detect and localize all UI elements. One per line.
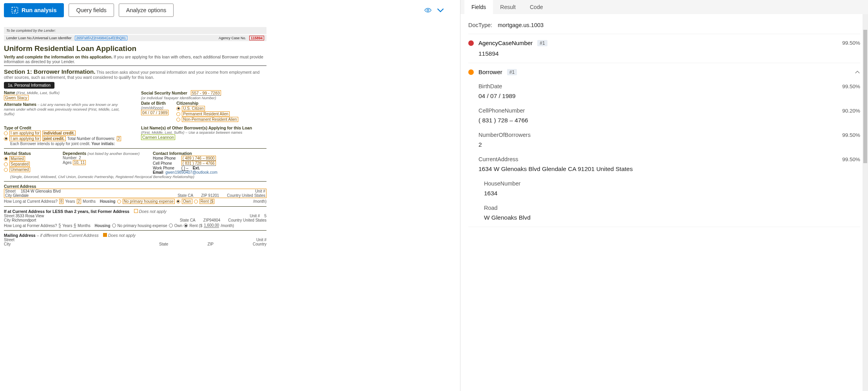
radio-own [176,200,180,204]
subfield-birthdate[interactable]: BirthDate 99.50% 04 / 07 / 1989 [468,83,860,100]
lender-loan-label: Lender Loan No./Universal Loan Identifie… [6,36,72,40]
doctype-label: DocType: [468,22,492,28]
radio-f-no-housing [112,224,116,227]
dependents-hint: (not listed by another Borrower) [87,151,140,156]
subfield-name: BirthDate [478,83,502,89]
cell-phone-value: ( 831 ) 728 – 4766 [181,161,216,166]
years-label: Years [65,199,75,204]
f-per-month: /month) [221,224,234,228]
months-value: 2 [77,199,82,204]
list-names-label: List Name(s) of Other Borrower(s) Applyi… [141,125,266,130]
subfield-numborrowers[interactable]: NumberOfBorrowers 99.50% 2 [468,132,860,148]
ssn-hint: (or Individual Taxpayer Identification N… [141,96,266,100]
radio-separated [4,162,8,166]
work-phone-label: Work Phone [153,166,180,170]
dependents-num-label: Number [63,156,77,160]
subfield-currentaddress[interactable]: CurrentAddress 99.50% 1634 W Glenoaks Bl… [468,156,860,221]
cell-phone-label: Cell Phone [153,161,180,165]
list-names-hint: (First, Middle, Last, Suffix) – Use a se… [141,130,266,135]
analyze-options-button[interactable]: Analyze options [119,4,174,17]
nested-name: Road [484,205,498,211]
dob-label: Date of Birth [141,101,169,105]
run-analysis-label: Run analysis [22,7,56,13]
mailing-hint: – if different from Current Address [36,233,99,238]
zip-label: ZIP [201,193,207,198]
analysis-icon [11,7,18,14]
section1-title: Section 1: Borrower Information. [4,68,95,75]
radio-rent [194,200,198,204]
radio-individual-credit [4,131,8,135]
field-agency-case-number[interactable]: AgencyCaseNumber #1 99.50% 115894 [468,34,860,63]
scrollbar-thumb[interactable] [863,30,867,163]
lender-instruction: To be completed by the Lender: [4,27,266,34]
sub-1a: 1a. Personal Information [4,82,54,89]
agency-case-value: 115894 [249,36,264,40]
city-label: City [5,193,12,198]
tab-fields[interactable]: Fields [464,0,493,14]
radio-perm-resident [176,112,180,116]
radio-us-citizen [176,107,180,111]
tab-result[interactable]: Result [493,0,523,14]
tc-total-label: Total Number of Borrowers: [67,136,115,141]
nested-value: W Glenoaks Blvd [484,214,860,221]
does-not-apply-2: Does not apply [108,233,136,238]
chevron-up-icon[interactable] [855,69,860,75]
borrower-name: Gwen Stacy [4,95,29,100]
marital-label: Marital Status [4,151,51,156]
tc-joint-pre: I am applying for [9,136,41,141]
subfield-confidence: 90.20% [842,108,860,114]
how-long-current: How Long at Current Address? [4,199,58,204]
subfield-name: CurrentAddress [478,156,518,162]
subfield-cellphone[interactable]: CellPhoneNumber 90.20% ( 831 ) 728 – 476… [468,107,860,124]
field-name: Borrower [478,69,502,75]
field-borrower[interactable]: Borrower #1 BirthDate 99.50% 04 / 07 / 1… [468,63,860,227]
subfield-name: CellPhoneNumber [478,107,525,114]
chevron-down-icon[interactable] [437,7,444,13]
other-borrower-name: Carmen Leannon [141,135,175,140]
housing-no-expense: No primary housing expense [123,199,175,204]
agency-case-label: Agency Case No. [219,36,246,40]
f-months: 6 [74,223,76,228]
m-city-label: City [4,242,11,246]
f-housing-label: Housing [95,224,111,228]
city-value: Glendale [13,193,29,198]
contact-label: Contact Information [153,151,266,156]
zip-value: 91201 [208,193,219,198]
field-dot-icon [468,69,474,75]
subfield-value: 1634 W Glenoaks Blvd Glendale CA 91201 U… [478,165,860,173]
subfield-value: 04 / 07 / 1989 [478,93,860,100]
f-country-label: Country [228,218,242,222]
nested-housenumber[interactable]: HouseNumber 1634 [478,180,860,197]
query-fields-button[interactable]: Query fields [69,4,114,17]
tab-code[interactable]: Code [523,0,550,14]
marital-separated: Separated [9,162,30,167]
months-label: Months [83,199,96,204]
citizenship-us: U.S. Citizen [182,106,205,111]
f-street-label: Street [4,214,14,218]
scrollbar[interactable] [863,14,868,391]
m-country-label: Country [253,242,266,246]
home-phone-value: ( 489 ) 746 – 8900 [181,156,216,161]
nested-road[interactable]: Road W Glenoaks Blvd [478,205,860,221]
field-chip: #1 [507,69,517,75]
intro-bold: Verify and complete the information on t… [4,55,112,59]
home-phone-label: Home Phone [153,156,180,160]
alt-names-label: Alternate Names [4,102,36,107]
svg-rect-1 [14,10,15,12]
mailing-label: Mailing Address [4,233,36,238]
checkbox-does-not-apply-2 [103,233,107,237]
radio-no-housing-expense [117,200,121,204]
radio-nonperm-resident [176,118,180,122]
run-analysis-button[interactable]: Run analysis [4,3,64,17]
tc-indiv: individual credit. [42,131,76,136]
m-zip-label: ZIP [207,242,214,246]
eye-icon[interactable] [424,7,432,13]
citizenship-perm: Permanent Resident Alien [182,111,230,116]
radio-unmarried [4,168,8,172]
street-label: Street [5,189,21,193]
dob-hint: (mm/dd/yyyy) [141,105,169,110]
results-body: DocType: mortgage.us.1003 AgencyCaseNumb… [460,14,868,391]
checkbox-does-not-apply-1 [134,209,138,213]
marital-unmarried: Unmarried [9,167,30,172]
subfield-confidence: 99.50% [842,132,860,138]
